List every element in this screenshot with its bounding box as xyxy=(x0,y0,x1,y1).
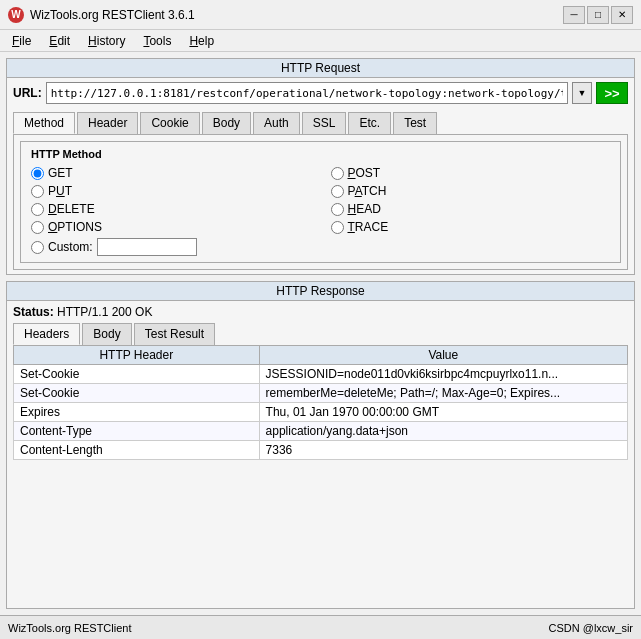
tab-body[interactable]: Body xyxy=(202,112,251,134)
menu-file[interactable]: File xyxy=(4,32,39,50)
table-cell-value: Thu, 01 Jan 1970 00:00:00 GMT xyxy=(259,403,627,422)
table-col-value: Value xyxy=(259,346,627,365)
table-row: Set-CookieJSESSIONID=node011d0vki6ksirbp… xyxy=(14,365,628,384)
method-put-label: PUT xyxy=(48,184,72,198)
http-request-panel: HTTP Request URL: ▼ >> Method Header Coo… xyxy=(6,58,635,275)
response-tabs-bar: Headers Body Test Result xyxy=(7,323,634,345)
table-cell-header: Set-Cookie xyxy=(14,365,260,384)
method-get: GET xyxy=(31,166,311,180)
title-bar-left: W WizTools.org RESTClient 3.6.1 xyxy=(8,7,195,23)
tab-method[interactable]: Method xyxy=(13,112,75,134)
bottom-left-label: WizTools.org RESTClient xyxy=(8,622,131,634)
table-cell-header: Expires xyxy=(14,403,260,422)
tab-response-test-result[interactable]: Test Result xyxy=(134,323,215,345)
method-delete-radio[interactable] xyxy=(31,203,44,216)
method-get-radio[interactable] xyxy=(31,167,44,180)
menu-edit[interactable]: Edit xyxy=(41,32,78,50)
send-button[interactable]: >> xyxy=(596,82,628,104)
menu-help[interactable]: Help xyxy=(181,32,222,50)
response-headers-table: HTTP Header Value Set-CookieJSESSIONID=n… xyxy=(13,345,628,460)
table-cell-value: 7336 xyxy=(259,441,627,460)
method-patch-radio[interactable] xyxy=(331,185,344,198)
menu-history[interactable]: History xyxy=(80,32,133,50)
method-options-radio[interactable] xyxy=(31,221,44,234)
method-head: HEAD xyxy=(331,202,611,216)
method-delete-label: DELETE xyxy=(48,202,95,216)
custom-method-input[interactable] xyxy=(97,238,197,256)
method-trace: TRACE xyxy=(331,220,611,234)
window-controls: ─ □ ✕ xyxy=(563,6,633,24)
tab-test[interactable]: Test xyxy=(393,112,437,134)
method-post-label: POST xyxy=(348,166,381,180)
method-patch: PATCH xyxy=(331,184,611,198)
method-tab-content: HTTP Method GET POST PUT xyxy=(13,134,628,270)
method-delete: DELETE xyxy=(31,202,311,216)
method-trace-label: TRACE xyxy=(348,220,389,234)
request-tabs-bar: Method Header Cookie Body Auth SSL Etc. … xyxy=(7,108,634,134)
method-grid: GET POST PUT PATCH xyxy=(31,166,610,234)
tab-response-body[interactable]: Body xyxy=(82,323,131,345)
table-cell-value: rememberMe=deleteMe; Path=/; Max-Age=0; … xyxy=(259,384,627,403)
method-get-label: GET xyxy=(48,166,73,180)
title-bar: W WizTools.org RESTClient 3.6.1 ─ □ ✕ xyxy=(0,0,641,30)
app-icon: W xyxy=(8,7,24,23)
method-put: PUT xyxy=(31,184,311,198)
minimize-button[interactable]: ─ xyxy=(563,6,585,24)
table-cell-value: JSESSIONID=node011d0vki6ksirbpc4mcpuyrlx… xyxy=(259,365,627,384)
method-group: HTTP Method GET POST PUT xyxy=(20,141,621,263)
method-head-label: HEAD xyxy=(348,202,381,216)
table-row: ExpiresThu, 01 Jan 1970 00:00:00 GMT xyxy=(14,403,628,422)
tab-header[interactable]: Header xyxy=(77,112,138,134)
tab-ssl[interactable]: SSL xyxy=(302,112,347,134)
bottom-status-bar: WizTools.org RESTClient CSDN @lxcw_sir xyxy=(0,615,641,639)
status-label: Status: xyxy=(13,305,54,319)
method-custom-label: Custom: xyxy=(48,240,93,254)
method-custom-radio[interactable] xyxy=(31,241,44,254)
menu-tools[interactable]: Tools xyxy=(135,32,179,50)
tab-etc[interactable]: Etc. xyxy=(348,112,391,134)
url-label: URL: xyxy=(13,86,42,100)
table-cell-header: Content-Type xyxy=(14,422,260,441)
app-title: WizTools.org RESTClient 3.6.1 xyxy=(30,8,195,22)
maximize-button[interactable]: □ xyxy=(587,6,609,24)
method-trace-radio[interactable] xyxy=(331,221,344,234)
method-patch-label: PATCH xyxy=(348,184,387,198)
status-line: Status: HTTP/1.1 200 OK xyxy=(7,301,634,323)
method-options-label: OPTIONS xyxy=(48,220,102,234)
method-head-radio[interactable] xyxy=(331,203,344,216)
menu-bar: File Edit History Tools Help xyxy=(0,30,641,52)
request-section-title: HTTP Request xyxy=(7,59,634,78)
table-row: Content-Typeapplication/yang.data+json xyxy=(14,422,628,441)
url-bar: URL: ▼ >> xyxy=(7,78,634,108)
method-options: OPTIONS xyxy=(31,220,311,234)
http-response-panel: HTTP Response Status: HTTP/1.1 200 OK He… xyxy=(6,281,635,609)
table-cell-header: Content-Length xyxy=(14,441,260,460)
table-col-header: HTTP Header xyxy=(14,346,260,365)
main-content: HTTP Request URL: ▼ >> Method Header Coo… xyxy=(0,52,641,615)
tab-response-headers[interactable]: Headers xyxy=(13,323,80,345)
method-post-radio[interactable] xyxy=(331,167,344,180)
url-input[interactable] xyxy=(46,82,568,104)
status-value: HTTP/1.1 200 OK xyxy=(57,305,152,319)
tab-auth[interactable]: Auth xyxy=(253,112,300,134)
bottom-right-label: CSDN @lxcw_sir xyxy=(548,622,633,634)
table-row: Content-Length7336 xyxy=(14,441,628,460)
close-button[interactable]: ✕ xyxy=(611,6,633,24)
custom-method-row: Custom: xyxy=(31,238,610,256)
response-section-title: HTTP Response xyxy=(7,282,634,301)
table-cell-value: application/yang.data+json xyxy=(259,422,627,441)
method-put-radio[interactable] xyxy=(31,185,44,198)
url-dropdown-button[interactable]: ▼ xyxy=(572,82,592,104)
table-row: Set-CookierememberMe=deleteMe; Path=/; M… xyxy=(14,384,628,403)
tab-cookie[interactable]: Cookie xyxy=(140,112,199,134)
table-cell-header: Set-Cookie xyxy=(14,384,260,403)
method-group-title: HTTP Method xyxy=(31,148,610,160)
method-post: POST xyxy=(331,166,611,180)
